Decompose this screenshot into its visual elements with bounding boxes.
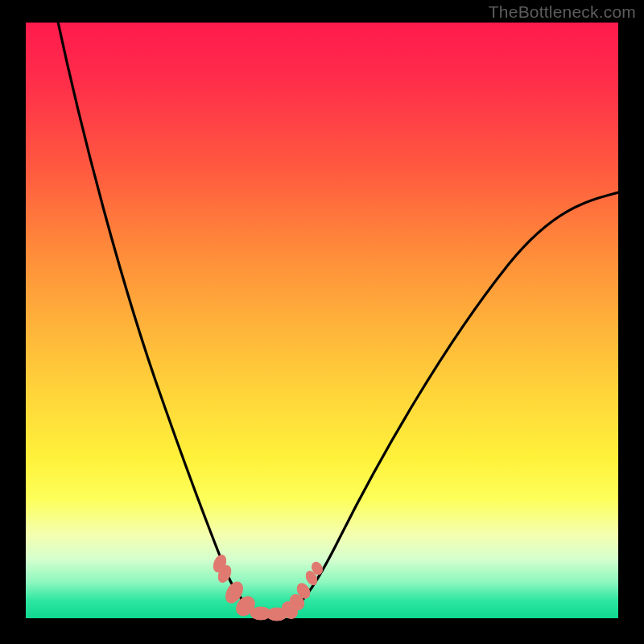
right-curve [285, 192, 621, 615]
chart-svg [26, 23, 618, 618]
chart-plot-area [26, 23, 618, 618]
valley-markers [211, 553, 324, 621]
left-curve [56, 14, 261, 615]
watermark-text: TheBottleneck.com [489, 2, 636, 22]
chart-frame: TheBottleneck.com [0, 0, 644, 644]
